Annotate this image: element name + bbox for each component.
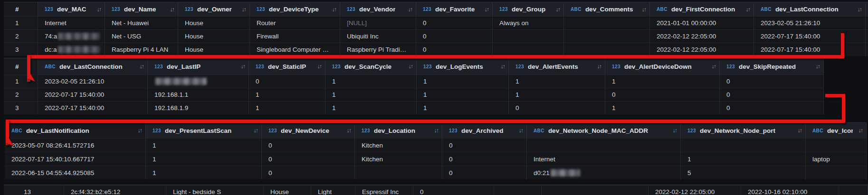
sort-icon[interactable]: ↓↑: [796, 127, 802, 134]
sort-icon[interactable]: ↓↑: [406, 6, 412, 13]
col-header-dev_scancycle[interactable]: 123dev_ScanCycle↓↑: [325, 58, 417, 74]
sort-icon[interactable]: ↓↑: [432, 127, 439, 134]
table-cell: 2022-02-12 22:05:00: [650, 43, 754, 56]
sort-icon[interactable]: ↓↑: [554, 6, 560, 13]
sort-icon[interactable]: ↓↑: [483, 6, 489, 13]
cell-text: 0: [515, 104, 519, 111]
col-label: dev_LastConnection: [59, 63, 123, 70]
table-cell: 1: [605, 74, 720, 88]
col-header-dev_logevents[interactable]: 123dev_LogEvents↓↑: [417, 58, 509, 74]
cell-text: House: [185, 33, 203, 40]
cell-text: 1: [687, 156, 691, 163]
table-cell: 2023-05-07 08:26:41.572716: [5, 138, 146, 152]
col-header-dev_lastnotification[interactable]: ABCdev_LastNotification↓↑: [5, 123, 146, 138]
sort-icon[interactable]: ↓↑: [595, 63, 601, 70]
cell-text: 2022-07-17 15:40:10.667717: [11, 156, 94, 163]
col-header-dev_location[interactable]: 123dev_Location↓↑: [355, 123, 442, 138]
null-value: [NULL]: [347, 19, 367, 27]
table-cell: House: [264, 185, 311, 195]
col-header-dev_favorite[interactable]: 123dev_Favorite↓↑: [416, 2, 493, 16]
type-badge-123-icon: 123: [257, 7, 265, 12]
table-cell: 2: [4, 88, 38, 101]
col-header-dev_icon[interactable]: ABCdev_Icon↓↑: [806, 123, 867, 138]
sort-icon[interactable]: ↓↑: [239, 63, 245, 70]
sort-icon[interactable]: ↓↑: [744, 6, 750, 13]
col-header-dev_network_node_port[interactable]: 123dev_Network_Node_port↓↑: [681, 123, 806, 138]
col-header-dev_group[interactable]: 123dev_Group↓↑: [493, 2, 564, 16]
table-cell: Internet: [527, 152, 681, 166]
sort-icon[interactable]: ↓↑: [168, 6, 174, 13]
sort-icon[interactable]: ↓↑: [857, 127, 863, 134]
type-badge-123-icon: 123: [726, 64, 735, 69]
col-header-dev_firstconnection[interactable]: ABCdev_FirstConnection↓↑: [650, 2, 754, 16]
sort-icon[interactable]: ↓↑: [136, 127, 142, 134]
table-cell: [564, 16, 650, 29]
sort-icon[interactable]: ↓↑: [138, 63, 144, 70]
table-cell: [493, 43, 564, 56]
sort-icon[interactable]: ↓↑: [345, 127, 351, 134]
col-header-dev_staticip[interactable]: 123dev_StaticIP↓↑: [249, 58, 325, 74]
col-header-dev_lastip[interactable]: 123dev_LastIP↓↑: [148, 58, 249, 74]
col-label: dev_LastConnection: [775, 6, 839, 13]
table-cell: House: [178, 16, 250, 29]
cell-text: 2023-02-05 21:26:10: [761, 19, 820, 27]
cell-text: 0: [256, 78, 259, 85]
cell-text: 1: [256, 91, 259, 98]
col-header-dev_network_node_mac_addr[interactable]: ABCdev_Network_Node_MAC_ADDR↓↑: [527, 123, 681, 138]
col-label: dev_Network_Node_MAC_ADDR: [548, 127, 648, 134]
devices-table-bottom: ABCdev_LastNotification↓↑123dev_PresentL…: [5, 122, 867, 179]
table-cell: [681, 138, 806, 152]
table-cell: 1: [509, 74, 605, 88]
table-row: 274:aNet - USGHouseFirewallUbiquiti Inc0…: [4, 29, 868, 43]
col-header-dev_presentlastscan[interactable]: 123dev_PresentLastScan↓↑: [146, 123, 262, 138]
sort-icon[interactable]: ↓↑: [240, 6, 246, 13]
col-header-dev_comments[interactable]: ABCdev_Comments↓↑: [564, 2, 650, 16]
sort-icon[interactable]: ↓↑: [315, 63, 322, 70]
col-label: dev_Group: [512, 6, 545, 13]
col-header-dev_mac[interactable]: 123dev_MAC↓↑: [38, 2, 105, 16]
col-label: #: [15, 63, 19, 70]
sort-icon[interactable]: ↓↑: [710, 63, 716, 70]
col-label: dev_Owner: [197, 6, 232, 13]
table-cell: 0: [442, 166, 527, 179]
sort-icon[interactable]: ↓↑: [252, 127, 258, 134]
col-header-dev_vendor[interactable]: 123dev_Vendor↓↑: [340, 2, 416, 16]
cell-text: 2021-01-01 00:00:00: [657, 19, 716, 27]
cell-text: Net - USG: [112, 33, 141, 40]
table-cell: Raspberry Pi 4 LAN: [105, 43, 178, 56]
table-cell: 1: [146, 138, 262, 152]
sort-icon[interactable]: ↓↑: [407, 63, 413, 70]
table-cell: 0: [262, 166, 355, 179]
col-header-dev_lastconnection[interactable]: ABCdev_LastConnection↓↑: [754, 2, 866, 16]
col-header-dev_lastconnection[interactable]: ABCdev_LastConnection↓↑: [38, 58, 148, 74]
table-cell: 1: [249, 88, 325, 101]
sort-icon[interactable]: ↓↑: [640, 6, 646, 13]
col-header-dev_alertdevicedown[interactable]: 123dev_AlertDeviceDown↓↑: [605, 58, 720, 74]
sort-icon[interactable]: ↓↑: [95, 6, 101, 13]
cell-text: 2022-06-15 04:55:44.925085: [11, 169, 94, 176]
table-cell: [148, 74, 249, 88]
sort-icon[interactable]: ↓↑: [671, 127, 677, 134]
col-header-dev_newdevice[interactable]: 123dev_NewDevice↓↑: [262, 123, 355, 138]
table-cell: 2022-02-12 22:05:00: [649, 185, 741, 195]
sort-icon[interactable]: ↓↑: [814, 63, 820, 70]
type-badge-123-icon: 123: [347, 7, 355, 12]
sort-icon[interactable]: ↓↑: [499, 63, 505, 70]
col-header-dev_archived[interactable]: 123dev_Archived↓↑: [442, 123, 527, 138]
cell-text: 0: [449, 142, 453, 149]
sort-icon[interactable]: ↓↑: [517, 127, 523, 134]
sort-icon[interactable]: ↓↑: [856, 6, 862, 13]
table-cell: Light - bedside S: [166, 185, 264, 195]
col-header-dev_alertevents[interactable]: 123dev_AlertEvents↓↑: [509, 58, 605, 74]
col-label: dev_Vendor: [359, 6, 396, 13]
table-cell: 5: [681, 166, 806, 179]
type-badge-abc-icon: ABC: [657, 7, 668, 12]
redacted-blur: [58, 46, 100, 53]
col-header-dev_devicetype[interactable]: 123dev_DeviceType↓↑: [250, 2, 340, 16]
type-badge-abc-icon: ABC: [45, 64, 56, 69]
col-header-dev_name[interactable]: 123dev_Name↓↑: [105, 2, 178, 16]
col-header-dev_owner[interactable]: 123dev_Owner↓↑: [178, 2, 250, 16]
col-header-dev_skiprepeated[interactable]: 123dev_SkipRepeated↓↑: [720, 58, 824, 74]
type-badge-123-icon: 123: [45, 7, 53, 12]
sort-icon[interactable]: ↓↑: [330, 6, 336, 13]
